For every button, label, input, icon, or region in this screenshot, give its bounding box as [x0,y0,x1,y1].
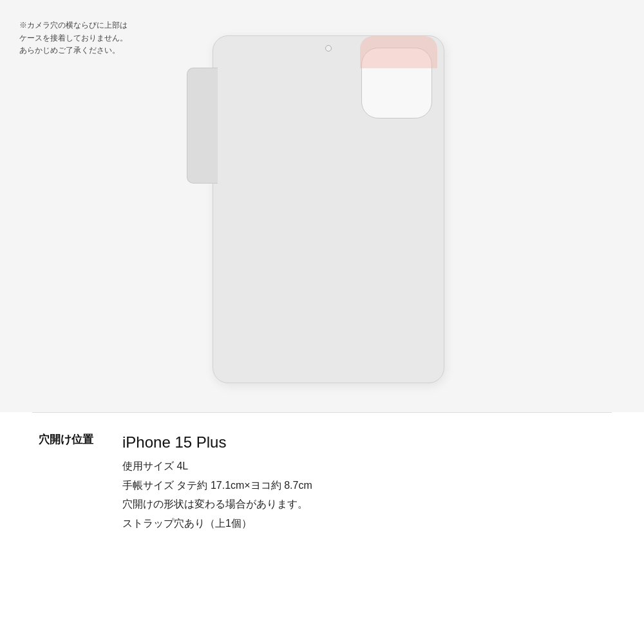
dimensions: 手帳サイズ タテ約 17.1cm×ヨコ約 8.7cm [122,476,605,495]
camera-note: ※カメラ穴の横ならびに上部は ケースを接着しておりません。 あらかじめご了承くだ… [19,19,128,57]
case-spine [187,68,218,184]
camera-highlight [360,36,437,68]
info-section: 穴開け位置 iPhone 15 Plus 使用サイズ 4L 手帳サイズ タテ約 … [0,413,644,644]
size-label: 使用サイズ 4L [122,457,605,476]
info-label: 穴開け位置 [39,431,122,447]
info-row: 穴開け位置 iPhone 15 Plus 使用サイズ 4L 手帳サイズ タテ約 … [39,431,605,533]
strap-hole [325,45,332,52]
device-name: iPhone 15 Plus [122,431,605,454]
info-content: iPhone 15 Plus 使用サイズ 4L 手帳サイズ タテ約 17.1cm… [122,431,605,533]
strap-note: ストラップ穴あり（上1個） [122,514,605,533]
page-container: ※カメラ穴の横ならびに上部は ケースを接着しておりません。 あらかじめご了承くだ… [0,0,644,644]
shape-note: 穴開けの形状は変わる場合があります。 [122,495,605,514]
case-wrapper [187,35,457,396]
case-body [213,35,444,383]
case-illustration: ※カメラ穴の横ならびに上部は ケースを接着しておりません。 あらかじめご了承くだ… [0,0,644,412]
